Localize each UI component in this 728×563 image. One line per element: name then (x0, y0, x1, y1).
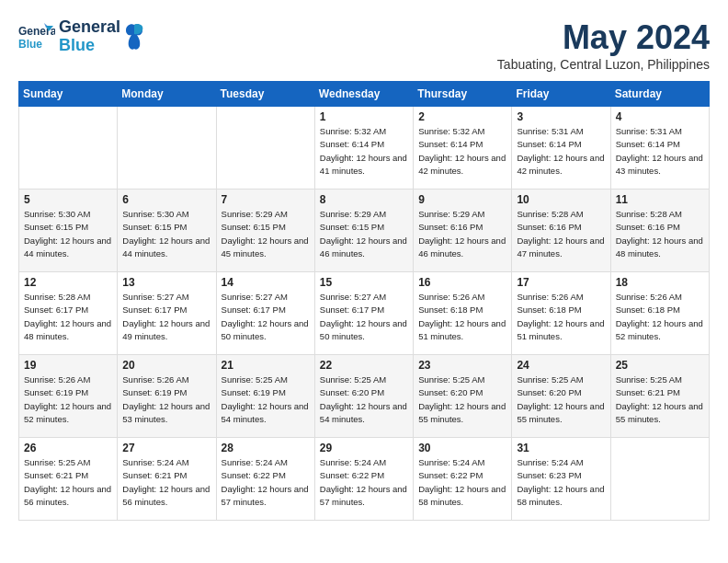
cell-info: Sunrise: 5:25 AMSunset: 6:20 PMDaylight:… (320, 373, 408, 426)
calendar-cell: 28Sunrise: 5:24 AMSunset: 6:22 PMDayligh… (216, 438, 314, 521)
calendar-cell (216, 107, 314, 190)
day-number: 10 (517, 193, 605, 206)
cell-info: Sunrise: 5:26 AMSunset: 6:18 PMDaylight:… (616, 291, 704, 343)
day-number: 29 (320, 442, 408, 454)
day-number: 19 (24, 359, 112, 372)
day-number: 23 (418, 359, 506, 372)
cell-info: Sunrise: 5:32 AMSunset: 6:14 PMDaylight:… (320, 125, 408, 178)
day-number: 7 (222, 193, 310, 206)
calendar-cell: 20Sunrise: 5:26 AMSunset: 6:19 PMDayligh… (118, 355, 216, 438)
calendar-cell: 2Sunrise: 5:32 AMSunset: 6:14 PMDaylight… (414, 107, 512, 190)
day-number: 28 (222, 442, 310, 454)
day-number: 5 (24, 193, 112, 206)
day-number: 8 (320, 193, 408, 206)
day-number: 27 (122, 442, 210, 454)
cell-info: Sunrise: 5:27 AMSunset: 6:17 PMDaylight:… (222, 291, 310, 343)
cell-info: Sunrise: 5:32 AMSunset: 6:14 PMDaylight:… (418, 125, 506, 178)
calendar-cell: 29Sunrise: 5:24 AMSunset: 6:22 PMDayligh… (314, 438, 413, 521)
cell-info: Sunrise: 5:31 AMSunset: 6:14 PMDaylight:… (517, 125, 605, 178)
calendar-week-5: 26Sunrise: 5:25 AMSunset: 6:21 PMDayligh… (19, 438, 710, 521)
cell-info: Sunrise: 5:25 AMSunset: 6:21 PMDaylight:… (616, 373, 704, 426)
cell-info: Sunrise: 5:26 AMSunset: 6:19 PMDaylight:… (122, 373, 210, 426)
calendar-cell: 22Sunrise: 5:25 AMSunset: 6:20 PMDayligh… (314, 355, 413, 438)
calendar-cell: 10Sunrise: 5:28 AMSunset: 6:16 PMDayligh… (512, 190, 610, 272)
cell-info: Sunrise: 5:25 AMSunset: 6:19 PMDaylight:… (222, 373, 310, 426)
cell-info: Sunrise: 5:29 AMSunset: 6:16 PMDaylight:… (418, 208, 506, 260)
calendar-cell: 5Sunrise: 5:30 AMSunset: 6:15 PMDaylight… (19, 190, 118, 272)
calendar-week-4: 19Sunrise: 5:26 AMSunset: 6:19 PMDayligh… (19, 355, 710, 438)
day-number: 21 (222, 359, 310, 372)
calendar-cell: 31Sunrise: 5:24 AMSunset: 6:23 PMDayligh… (512, 438, 610, 521)
weekday-header-saturday: Saturday (610, 82, 709, 107)
cell-info: Sunrise: 5:30 AMSunset: 6:15 PMDaylight:… (24, 208, 112, 260)
cell-info: Sunrise: 5:28 AMSunset: 6:16 PMDaylight:… (616, 208, 704, 260)
page-header: General Blue General Blue May 2024 Tabua… (18, 18, 710, 72)
cell-info: Sunrise: 5:24 AMSunset: 6:21 PMDaylight:… (122, 456, 210, 509)
logo-blue: Blue (59, 37, 120, 55)
weekday-header-wednesday: Wednesday (314, 82, 413, 107)
calendar-cell: 4Sunrise: 5:31 AMSunset: 6:14 PMDaylight… (610, 107, 709, 190)
cell-info: Sunrise: 5:26 AMSunset: 6:18 PMDaylight:… (517, 291, 605, 343)
calendar-cell: 27Sunrise: 5:24 AMSunset: 6:21 PMDayligh… (118, 438, 216, 521)
cell-info: Sunrise: 5:24 AMSunset: 6:22 PMDaylight:… (222, 456, 310, 509)
calendar-cell: 14Sunrise: 5:27 AMSunset: 6:17 PMDayligh… (216, 272, 314, 355)
calendar-cell: 16Sunrise: 5:26 AMSunset: 6:18 PMDayligh… (414, 272, 512, 355)
calendar-week-2: 5Sunrise: 5:30 AMSunset: 6:15 PMDaylight… (19, 190, 710, 272)
weekday-header-row: SundayMondayTuesdayWednesdayThursdayFrid… (19, 82, 710, 107)
day-number: 3 (517, 110, 605, 123)
day-number: 20 (122, 359, 210, 372)
calendar-cell: 8Sunrise: 5:29 AMSunset: 6:15 PMDaylight… (314, 190, 413, 272)
calendar-cell: 19Sunrise: 5:26 AMSunset: 6:19 PMDayligh… (19, 355, 118, 438)
calendar-cell: 17Sunrise: 5:26 AMSunset: 6:18 PMDayligh… (512, 272, 610, 355)
calendar-cell: 24Sunrise: 5:25 AMSunset: 6:20 PMDayligh… (512, 355, 610, 438)
calendar-cell: 13Sunrise: 5:27 AMSunset: 6:17 PMDayligh… (118, 272, 216, 355)
calendar-cell: 26Sunrise: 5:25 AMSunset: 6:21 PMDayligh… (19, 438, 118, 521)
calendar-cell: 23Sunrise: 5:25 AMSunset: 6:20 PMDayligh… (414, 355, 512, 438)
cell-info: Sunrise: 5:25 AMSunset: 6:20 PMDaylight:… (517, 373, 605, 426)
cell-info: Sunrise: 5:27 AMSunset: 6:17 PMDaylight:… (320, 291, 408, 343)
cell-info: Sunrise: 5:24 AMSunset: 6:22 PMDaylight:… (320, 456, 408, 509)
logo: General Blue General Blue (18, 18, 144, 55)
cell-info: Sunrise: 5:29 AMSunset: 6:15 PMDaylight:… (222, 208, 310, 260)
weekday-header-sunday: Sunday (19, 82, 118, 107)
logo-text: General Blue (59, 18, 120, 55)
day-number: 1 (320, 110, 408, 123)
day-number: 11 (616, 193, 704, 206)
day-number: 15 (320, 276, 408, 289)
day-number: 22 (320, 359, 408, 372)
calendar-cell (19, 107, 118, 190)
cell-info: Sunrise: 5:30 AMSunset: 6:15 PMDaylight:… (122, 208, 210, 260)
day-number: 16 (418, 276, 506, 289)
cell-info: Sunrise: 5:24 AMSunset: 6:23 PMDaylight:… (517, 456, 605, 509)
cell-info: Sunrise: 5:31 AMSunset: 6:14 PMDaylight:… (616, 125, 704, 178)
cell-info: Sunrise: 5:27 AMSunset: 6:17 PMDaylight:… (122, 291, 210, 343)
calendar-cell: 25Sunrise: 5:25 AMSunset: 6:21 PMDayligh… (610, 355, 709, 438)
cell-info: Sunrise: 5:26 AMSunset: 6:18 PMDaylight:… (418, 291, 506, 343)
day-number: 12 (24, 276, 112, 289)
day-number: 14 (222, 276, 310, 289)
calendar-cell: 12Sunrise: 5:28 AMSunset: 6:17 PMDayligh… (19, 272, 118, 355)
calendar-week-1: 1Sunrise: 5:32 AMSunset: 6:14 PMDaylight… (19, 107, 710, 190)
calendar-week-3: 12Sunrise: 5:28 AMSunset: 6:17 PMDayligh… (19, 272, 710, 355)
calendar-table: SundayMondayTuesdayWednesdayThursdayFrid… (18, 81, 710, 521)
day-number: 4 (616, 110, 704, 123)
calendar-cell: 21Sunrise: 5:25 AMSunset: 6:19 PMDayligh… (216, 355, 314, 438)
day-number: 31 (517, 442, 605, 454)
calendar-cell: 3Sunrise: 5:31 AMSunset: 6:14 PMDaylight… (512, 107, 610, 190)
weekday-header-thursday: Thursday (414, 82, 512, 107)
cell-info: Sunrise: 5:24 AMSunset: 6:22 PMDaylight:… (418, 456, 506, 509)
weekday-header-monday: Monday (118, 82, 216, 107)
calendar-cell (610, 438, 709, 521)
calendar-cell: 6Sunrise: 5:30 AMSunset: 6:15 PMDaylight… (118, 190, 216, 272)
day-number: 6 (122, 193, 210, 206)
day-number: 26 (24, 442, 112, 454)
cell-info: Sunrise: 5:25 AMSunset: 6:21 PMDaylight:… (24, 456, 112, 509)
cell-info: Sunrise: 5:25 AMSunset: 6:20 PMDaylight:… (418, 373, 506, 426)
svg-text:Blue: Blue (18, 38, 42, 51)
calendar-cell: 9Sunrise: 5:29 AMSunset: 6:16 PMDaylight… (414, 190, 512, 272)
calendar-cell: 30Sunrise: 5:24 AMSunset: 6:22 PMDayligh… (414, 438, 512, 521)
day-number: 30 (418, 442, 506, 454)
weekday-header-tuesday: Tuesday (216, 82, 314, 107)
location: Tabuating, Central Luzon, Philippines (497, 57, 710, 72)
cell-info: Sunrise: 5:28 AMSunset: 6:16 PMDaylight:… (517, 208, 605, 260)
